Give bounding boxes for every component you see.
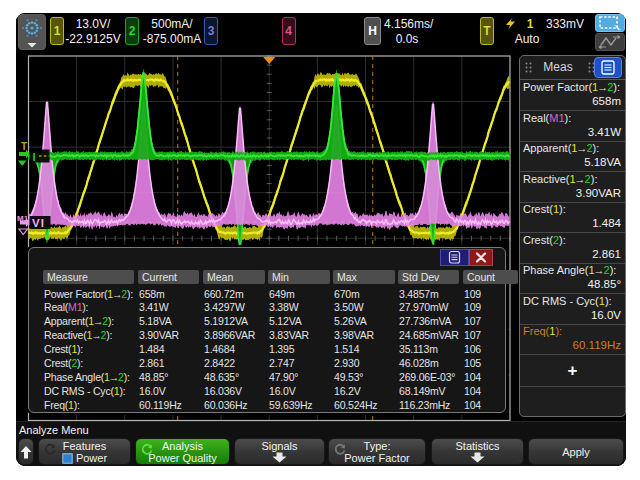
table-column-header[interactable]: Measure (43, 270, 134, 284)
table-value-cell: 3.90VAR (139, 329, 179, 341)
meas-item-value: 60.119Hz (573, 339, 621, 351)
table-measure-label: Phase Angle(1→2): (44, 371, 130, 383)
type-softkey[interactable]: Type:Power Factor (328, 438, 426, 465)
table-value-cell: 658m (139, 288, 164, 300)
table-measure-label: Crest(2): (44, 357, 83, 369)
add-measurement-button[interactable]: + (520, 355, 625, 387)
table-value-cell: 68.149mV (399, 385, 445, 397)
channel-2-scale[interactable]: 500mA/ (142, 17, 202, 31)
meas-item[interactable]: Apparent(1→2):5.18VA (520, 141, 625, 172)
table-row[interactable]: Crest(2):2.8612.84222.7472.93046.028m105 (29, 357, 505, 371)
meas-panel-menu-button[interactable] (594, 57, 622, 78)
channel-1-offset[interactable]: -22.9125V (64, 32, 122, 46)
dropdown-arrow-icon (469, 452, 486, 463)
table-column-header[interactable]: Mean (203, 270, 265, 284)
table-value-cell: 35.113m (399, 343, 438, 355)
table-value-cell: 24.685mVAR (399, 329, 459, 341)
statistics-softkey[interactable]: Statistics (431, 438, 524, 465)
table-row[interactable]: Reactive(1→2):3.90VAR3.8966VAR3.83VAR3.9… (29, 329, 505, 343)
table-row[interactable]: Apparent(1→2):5.18VA5.1912VA5.12VA5.26VA… (29, 315, 505, 329)
table-measure-label: Apparent(1→2): (44, 315, 114, 327)
menu-up-button[interactable] (18, 438, 34, 465)
table-row[interactable]: Freq(1):60.119Hz60.036Hz59.639Hz60.524Hz… (29, 399, 505, 413)
meas-item-label: Freq(1): (523, 325, 562, 337)
table-value-cell: 269.06E-03° (399, 371, 455, 383)
table-value-cell: 3.83VAR (269, 329, 309, 341)
table-value-cell: 16.0V (269, 385, 295, 397)
trigger-level[interactable]: 333mV (542, 17, 584, 31)
meas-item[interactable]: Phase Angle(1→2):48.85° (520, 263, 625, 294)
meas-item-label: Crest(1): (523, 203, 566, 215)
table-value-cell: 3.4297W (204, 301, 245, 313)
channel-2-button[interactable]: 2 (125, 17, 139, 45)
table-value-cell: 109 (464, 288, 481, 300)
timebase-delay[interactable]: 0.0s (384, 32, 430, 46)
table-column-header[interactable]: Std Dev (398, 270, 459, 284)
meas-item[interactable]: Crest(1):1.484 (520, 202, 625, 233)
table-value-cell: 3.4857m (399, 288, 438, 300)
table-column-header[interactable]: Min (268, 270, 330, 284)
table-menu-button[interactable] (440, 249, 469, 266)
features-softkey[interactable]: FeaturesPower (38, 438, 131, 465)
table-value-cell: 5.26VA (334, 315, 366, 327)
measurements-panel-header[interactable]: Meas (520, 56, 625, 80)
softkey-sublabel: Power Factor (329, 452, 425, 465)
channel-1-button[interactable]: 1 (50, 17, 64, 45)
table-value-cell: 3.38W (269, 301, 298, 313)
meas-item-value: 3.41W (588, 126, 621, 138)
table-row[interactable]: Real(M1):3.41W3.4297W3.38W3.50W27.970mW1… (29, 301, 505, 315)
softkey-menu: Analyze Menu FeaturesPowerAnalysisPower … (16, 421, 626, 466)
table-value-cell: 5.18VA (139, 315, 171, 327)
channel-1-scale[interactable]: 13.0V/ (64, 17, 122, 31)
apply-softkey[interactable]: Apply (528, 438, 624, 465)
table-row[interactable]: Power Factor(1→2):658m660.72m649m670m3.4… (29, 288, 505, 302)
meas-item[interactable]: Freq(1):60.119Hz (520, 324, 625, 355)
meas-item-value: 5.18VA (584, 156, 621, 168)
meas-item-value: 658m (592, 95, 621, 107)
table-row[interactable]: DC RMS - Cyc(1):16.0V16.036V16.0V16.2V68… (29, 385, 505, 399)
dropdown-arrow-icon (271, 452, 288, 463)
table-value-cell: 660.72m (204, 288, 243, 300)
meas-item-label: Apparent(1→2): (523, 142, 599, 154)
list-icon (441, 250, 468, 265)
table-value-cell: 3.41W (139, 301, 168, 313)
table-value-cell: 48.85° (139, 371, 168, 383)
meas-item-label: Crest(2): (523, 234, 566, 246)
table-column-header[interactable]: Current (138, 270, 199, 284)
channel-4-button[interactable]: 4 (282, 17, 296, 45)
table-value-cell: 48.635° (204, 371, 239, 383)
channel-3-button[interactable]: 3 (204, 17, 218, 45)
list-icon (595, 58, 621, 77)
timebase-scale[interactable]: 4.156ms/ (384, 17, 430, 31)
table-value-cell: 104 (464, 385, 481, 397)
system-menu-button[interactable] (18, 14, 46, 50)
softkey-label: Type: (329, 440, 425, 452)
table-column-header[interactable]: Count (463, 270, 518, 284)
meas-item[interactable]: Crest(2):2.861 (520, 233, 625, 264)
horizontal-button[interactable]: H (364, 17, 381, 45)
meas-item-label: Phase Angle(1→2): (523, 264, 616, 276)
analysis-softkey[interactable]: AnalysisPower Quality (135, 438, 230, 465)
meas-item[interactable]: Power Factor(1→2):658m (520, 80, 625, 111)
table-row[interactable]: Crest(1):1.4841.46841.3951.51435.113m106 (29, 343, 505, 357)
table-value-cell: 1.395 (269, 343, 294, 355)
touch-zoom-button[interactable] (595, 14, 625, 32)
meas-item[interactable]: DC RMS - Cyc(1):16.0V (520, 294, 625, 325)
table-row[interactable]: Phase Angle(1→2):48.85°48.635°47.90°49.5… (29, 371, 505, 385)
table-value-cell: 104 (464, 399, 481, 411)
meas-item[interactable]: Reactive(1→2):3.90VAR (520, 172, 625, 203)
table-value-cell: 2.8422 (204, 357, 235, 369)
trigger-button[interactable]: T (480, 17, 494, 45)
meas-item[interactable]: Real(M1):3.41W (520, 111, 625, 142)
table-value-cell: 1.484 (139, 343, 164, 355)
table-value-cell: 5.12VA (269, 315, 301, 327)
trigger-source: 1 (522, 17, 538, 31)
table-value-cell: 3.8966VAR (204, 329, 255, 341)
signals-softkey[interactable]: Signals (234, 438, 325, 465)
waveform-settings-button[interactable] (595, 33, 625, 51)
softkey-sublabel: Power Quality (136, 452, 229, 465)
channel-2-offset[interactable]: -875.00mA (142, 32, 202, 46)
table-column-header[interactable]: Max (333, 270, 395, 284)
table-close-button[interactable] (469, 249, 493, 266)
channel-ref: M1 (549, 112, 564, 124)
